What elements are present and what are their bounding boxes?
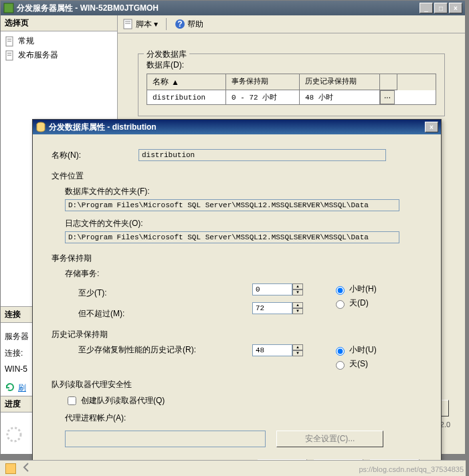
proc-account-input <box>65 431 266 447</box>
table-row[interactable]: distribution 0 - 72 小时 48 小时 ... <box>147 90 436 104</box>
no-more-than-input[interactable] <box>252 302 292 314</box>
tree-item-general[interactable]: 常规 <box>3 34 114 48</box>
radio-hours[interactable]: 小时(H) <box>333 283 377 295</box>
main-titlebar: 分发服务器属性 - WIN-52BM0JTGMOH _ □ × <box>1 1 465 15</box>
svg-rect-5 <box>7 53 11 53</box>
hist-unit-radios: 小时(U) 天(S) <box>333 344 377 370</box>
content-area: 分发数据库 数据库(D): 名称▲ 事务保持期 历史记录保持期 distribu… <box>118 33 465 130</box>
toolbar-separator <box>166 18 167 30</box>
hist-label: 至少存储复制性能的历史记录(R): <box>52 344 252 356</box>
security-settings-button: 安全设置(C)... <box>276 431 383 447</box>
radio-days-hist[interactable]: 天(S) <box>333 358 377 370</box>
modal-body: 名称(N): 文件位置 数据库文件的文件夹(F): 日志文件的文件夹(O): 事… <box>33 134 441 476</box>
svg-rect-0 <box>4 3 13 13</box>
col-tx[interactable]: 事务保持期 <box>226 74 300 90</box>
col-name[interactable]: 名称▲ <box>147 74 226 90</box>
conn-label: 连接: <box>5 348 23 358</box>
row-ellipsis-button[interactable]: ... <box>380 90 395 104</box>
queue-reader-legend: 队列读取器代理安全性 <box>52 379 422 390</box>
name-row: 名称(N): <box>52 149 422 161</box>
toolbar: 脚本 ▾ ? 帮助 <box>118 15 465 33</box>
minimize-button[interactable]: _ <box>419 3 433 13</box>
script-icon <box>123 19 134 29</box>
help-icon: ? <box>175 19 185 29</box>
table-header: 名称▲ 事务保持期 历史记录保持期 <box>147 74 436 90</box>
dropdown-icon: ▾ <box>154 19 158 29</box>
hist-input[interactable] <box>252 344 292 356</box>
maximize-button[interactable]: □ <box>434 3 448 13</box>
cell-hist: 48 小时 <box>300 90 380 104</box>
hist-retention-section: 历史记录保持期 至少存储复制性能的历史记录(R): ▲▼ 小时(U) 天(S) <box>52 329 422 370</box>
distrib-db-legend: 分发数据库 <box>144 49 189 60</box>
at-least-spinner[interactable]: ▲▼ <box>252 283 303 295</box>
tx-retention-section: 事务保持期 存储事务: 至少(T): 但不超过(M): ▲▼ ▲▼ <box>52 253 422 320</box>
radio-days[interactable]: 天(D) <box>333 298 377 309</box>
name-input <box>138 149 386 161</box>
create-queue-checkbox[interactable]: 创建队列读取器代理(Q) <box>65 394 422 407</box>
file-location-legend: 文件位置 <box>52 170 422 182</box>
toolbar-script-label: 脚本 <box>136 19 152 30</box>
proc-account-label: 代理进程帐户(A): <box>65 412 422 424</box>
watermark: ps://blog.csdn.net/qq_37534835 <box>359 465 464 473</box>
queue-reader-section: 队列读取器代理安全性 创建队列读取器代理(Q) 代理进程帐户(A): 安全设置(… <box>52 379 422 447</box>
nav-back-icon[interactable] <box>21 462 32 475</box>
toolbar-script[interactable]: 脚本 ▾ <box>123 19 158 30</box>
toolbar-help[interactable]: ? 帮助 <box>175 19 203 30</box>
radio-hours-hist[interactable]: 小时(U) <box>333 344 377 356</box>
col-hist[interactable]: 历史记录保持期 <box>300 74 380 90</box>
log-folder-input <box>65 231 399 243</box>
file-location-section: 文件位置 数据库文件的文件夹(F): 日志文件的文件夹(O): <box>52 170 422 243</box>
toolbar-help-label: 帮助 <box>187 19 203 30</box>
tx-unit-radios: 小时(H) 天(D) <box>333 283 377 309</box>
refresh-label[interactable]: 刷 <box>18 382 26 394</box>
tree-label: 发布服务器 <box>18 49 58 61</box>
svg-text:?: ? <box>177 19 182 29</box>
modal-close-button[interactable]: × <box>425 122 438 132</box>
db-folder-label: 数据库文件的文件夹(F): <box>65 186 422 197</box>
spin-up-icon[interactable]: ▲ <box>292 283 303 289</box>
nav-tree: 常规 发布服务器 <box>1 31 117 65</box>
spin-down-icon[interactable]: ▼ <box>292 308 303 314</box>
spin-down-icon[interactable]: ▼ <box>292 289 303 295</box>
svg-rect-6 <box>7 55 11 55</box>
tree-label: 常规 <box>18 35 34 47</box>
left-panel-header: 选择页 <box>1 15 117 31</box>
hist-retention-legend: 历史记录保持期 <box>52 329 422 340</box>
app-icon <box>3 3 14 13</box>
no-more-than-spinner[interactable]: ▲▼ <box>252 302 303 314</box>
refresh-icon[interactable] <box>5 382 15 394</box>
sort-asc-icon: ▲ <box>171 78 179 87</box>
col-action <box>380 74 397 90</box>
cell-tx: 0 - 72 小时 <box>226 90 300 104</box>
tree-item-publisher[interactable]: 发布服务器 <box>3 48 114 62</box>
db-icon <box>35 122 46 132</box>
cell-name: distribution <box>147 90 226 104</box>
modal-titlebar: 分发数据库属性 - distribution × <box>33 120 441 134</box>
name-label: 名称(N): <box>52 150 138 161</box>
svg-rect-3 <box>7 41 11 41</box>
close-button[interactable]: × <box>449 3 462 13</box>
spin-down-icon[interactable]: ▼ <box>292 350 303 356</box>
svg-rect-8 <box>124 19 132 29</box>
tx-retention-legend: 事务保持期 <box>52 253 422 264</box>
progress-spinner-icon <box>5 425 23 446</box>
hist-spinner[interactable]: ▲▼ <box>252 344 303 356</box>
modal-title: 分发数据库属性 - distribution <box>49 122 425 133</box>
main-window-title: 分发服务器属性 - WIN-52BM0JTGMOH <box>17 3 419 14</box>
page-icon <box>5 50 15 61</box>
svg-rect-2 <box>7 39 11 39</box>
svg-point-7 <box>7 428 21 441</box>
spin-up-icon[interactable]: ▲ <box>292 302 303 308</box>
distrib-db-group: 分发数据库 数据库(D): 名称▲ 事务保持期 历史记录保持期 distribu… <box>138 53 445 116</box>
at-least-input[interactable] <box>252 283 292 295</box>
at-least-label: 至少(T): <box>52 287 232 299</box>
store-tx-label: 存储事务: <box>52 268 422 279</box>
status-icon <box>5 463 16 474</box>
page-icon <box>5 36 15 47</box>
window-controls: _ □ × <box>419 3 462 13</box>
spin-up-icon[interactable]: ▲ <box>292 344 303 350</box>
no-more-than-label: 但不超过(M): <box>52 308 232 320</box>
log-folder-label: 日志文件的文件夹(O): <box>65 218 422 229</box>
db-label: 数据库(D): <box>147 60 436 71</box>
db-table: 名称▲ 事务保持期 历史记录保持期 distribution 0 - 72 小时… <box>147 74 436 105</box>
